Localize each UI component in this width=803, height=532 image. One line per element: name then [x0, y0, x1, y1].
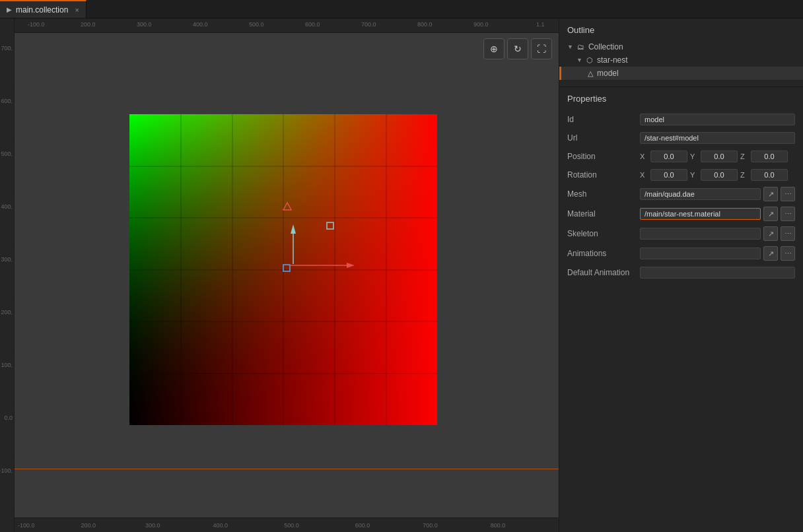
prop-id-row: Id: [559, 110, 803, 129]
animations-input[interactable]: [640, 248, 761, 259]
canvas-area[interactable]: [15, 33, 559, 517]
prop-animations-row: Animations ↗ ⋯: [559, 244, 803, 263]
default-animation-input[interactable]: [640, 267, 795, 279]
fullscreen-button[interactable]: ⛶: [531, 38, 552, 59]
star-nest-icon: ⬡: [586, 56, 593, 65]
svg-marker-15: [347, 263, 355, 268]
skeleton-link-button[interactable]: ↗: [763, 226, 778, 241]
rotate-tool-button[interactable]: ↻: [507, 38, 528, 59]
outline-label-star-nest: star-nest: [597, 55, 628, 65]
right-panel: Outline ▼ 🗂 Collection ▼ ⬡ star-nest △ m…: [559, 18, 803, 532]
ruler-tick: 400.0: [213, 522, 228, 529]
y-arrow-icon: [289, 224, 298, 264]
prop-skeleton-value: ↗ ⋯: [640, 226, 795, 241]
position-axis-group: X Y Z: [640, 150, 795, 162]
move-tool-button[interactable]: ⊕: [483, 38, 505, 59]
position-y-input[interactable]: [701, 150, 738, 162]
rotation-x-input[interactable]: [650, 169, 687, 181]
prop-mesh-row: Mesh ↗ ⋯: [559, 184, 803, 204]
prop-mesh-value: ↗ ⋯: [640, 187, 795, 201]
prop-material-row: Material ↗ ⋯: [559, 204, 803, 224]
ruler-tick: -100.0: [18, 522, 35, 529]
prop-animations-value: ↗ ⋯: [640, 246, 795, 261]
ruler-left: 700. 600. 500. 400. 300. 200. 100. 0.0 -…: [0, 18, 15, 532]
prop-default-animation-value: [640, 267, 795, 279]
material-more-button[interactable]: ⋯: [781, 207, 795, 221]
material-input[interactable]: [640, 208, 761, 220]
x-axis-label: X: [640, 152, 648, 160]
ruler-tick: 0.0: [4, 415, 13, 421]
z-axis-label: Z: [740, 152, 748, 160]
ruler-tick: 1.1: [536, 21, 545, 28]
main-collection-tab[interactable]: ▶ main.collection ×: [0, 0, 87, 18]
rz-axis-label: Z: [740, 171, 748, 179]
expand-arrow-icon: ▼: [576, 57, 582, 63]
prop-id-value: [640, 114, 795, 125]
prop-animations-label: Animations: [567, 249, 640, 258]
x-axis-arrow[interactable]: [289, 261, 355, 270]
outline-label-collection: Collection: [588, 42, 623, 51]
ruler-bottom: -100.0 200.0 300.0 400.0 500.0 600.0 700…: [15, 517, 559, 532]
outline-item-model[interactable]: △ model: [559, 67, 803, 80]
prop-default-animation-label: Default Animation: [567, 268, 640, 277]
mesh-input[interactable]: [640, 188, 761, 200]
ruler-tick: 500.0: [249, 21, 264, 28]
skeleton-more-button[interactable]: ⋯: [781, 226, 795, 241]
outline-section: Outline ▼ 🗂 Collection ▼ ⬡ star-nest △ m…: [559, 18, 803, 87]
svg-marker-11: [283, 203, 291, 210]
scale-triangle-handle[interactable]: [282, 201, 293, 214]
ruler-top: -100.0 200.0 300.0 400.0 500.0 600.0 700…: [15, 18, 559, 33]
url-input[interactable]: [640, 132, 795, 144]
outline-title: Outline: [559, 25, 803, 40]
skeleton-input[interactable]: [640, 228, 761, 240]
rotation-axis-group: X Y Z: [640, 169, 795, 181]
ruler-tick: 400.0: [193, 21, 208, 28]
ruler-tick: 700.0: [423, 522, 438, 529]
prop-skeleton-row: Skeleton ↗ ⋯: [559, 224, 803, 244]
ruler-tick: 500.0: [284, 522, 299, 529]
ruler-tick: 100.: [1, 362, 13, 368]
ruler-tick: 800.0: [417, 21, 433, 28]
center-square-handle[interactable]: [326, 222, 334, 232]
mesh-more-button[interactable]: ⋯: [781, 187, 795, 201]
ry-axis-label: Y: [690, 171, 698, 179]
prop-default-animation-row: Default Animation: [559, 263, 803, 282]
model-icon: △: [588, 69, 593, 78]
ruler-tick: 600.0: [305, 21, 320, 28]
y-axis-arrow[interactable]: [289, 224, 298, 264]
ruler-tick: 900.0: [473, 21, 489, 28]
ruler-tick: 600.0: [355, 522, 370, 529]
svg-rect-12: [327, 222, 333, 229]
rotation-y-input[interactable]: [701, 169, 738, 181]
ruler-tick: 200.0: [81, 21, 96, 28]
ruler-tick: 200.: [1, 309, 13, 316]
outline-label-model: model: [597, 69, 619, 78]
material-link-button[interactable]: ↗: [763, 207, 778, 221]
mesh-link-button[interactable]: ↗: [763, 187, 778, 201]
animations-more-button[interactable]: ⋯: [781, 246, 795, 261]
rotation-z-input[interactable]: [751, 169, 788, 181]
zero-line: [15, 469, 559, 469]
tab-bar: ▶ main.collection ×: [0, 0, 803, 18]
x-arrow-icon: [289, 261, 355, 270]
tab-close-button[interactable]: ×: [75, 6, 79, 14]
prop-skeleton-label: Skeleton: [567, 229, 640, 238]
tab-icon: ▶: [7, 6, 12, 13]
prop-position-label: Position: [567, 152, 640, 161]
outline-item-collection[interactable]: ▼ 🗂 Collection: [559, 40, 803, 53]
prop-id-label: Id: [567, 115, 640, 124]
id-input[interactable]: [640, 114, 795, 125]
ruler-tick: 700.: [1, 45, 13, 51]
svg-marker-17: [291, 224, 296, 234]
ruler-tick: 200.0: [81, 522, 96, 529]
position-z-input[interactable]: [751, 150, 788, 162]
ruler-tick: 500.: [1, 150, 13, 157]
prop-rotation-label: Rotation: [567, 170, 640, 180]
ruler-tick: 300.: [1, 256, 13, 263]
animations-link-button[interactable]: ↗: [763, 246, 778, 261]
prop-url-row: Url: [559, 129, 803, 147]
position-x-input[interactable]: [650, 150, 687, 162]
viewport-area[interactable]: -100.0 200.0 300.0 400.0 500.0 600.0 700…: [0, 18, 559, 532]
prop-mesh-label: Mesh: [567, 189, 640, 199]
outline-item-star-nest[interactable]: ▼ ⬡ star-nest: [559, 53, 803, 67]
